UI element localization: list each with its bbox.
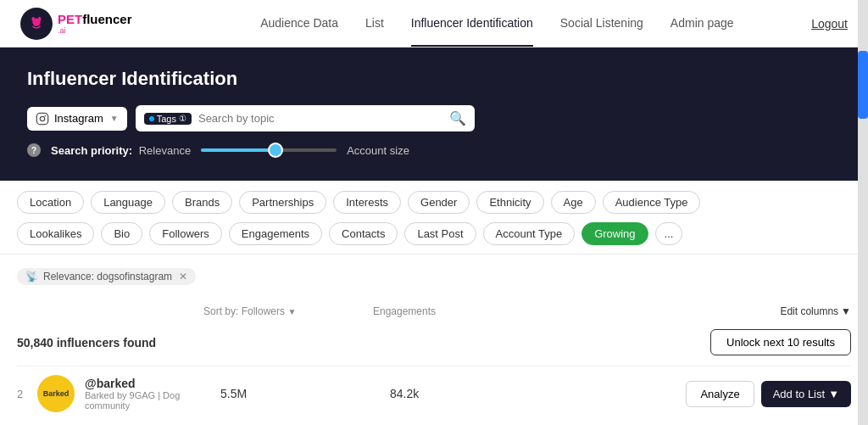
influencer-info: @barked Barked by 9GAG | Dog community [85, 377, 220, 411]
svg-point-4 [40, 116, 44, 120]
nav-admin[interactable]: Admin page [670, 1, 734, 47]
account-size-label: Account size [347, 144, 409, 157]
influencer-engagements: 84.2k [390, 387, 559, 400]
results-bar: 50,840 influencers found Unlock next 10 … [17, 324, 851, 366]
filter-contacts[interactable]: Contacts [329, 222, 398, 245]
unlock-button[interactable]: Unlock next 10 results [710, 329, 851, 355]
header: PETfluencer .ai Audience Data List Influ… [0, 0, 868, 48]
filters-section: Location Language Brands Partnerships In… [0, 181, 868, 254]
active-filters: 📡 Relevance: dogsofinstagram ✕ [17, 265, 851, 292]
platform-dropdown[interactable]: Instagram ▼ [27, 107, 127, 131]
filter-growing[interactable]: Growing [581, 222, 648, 245]
row-actions: Analyze Add to List ▼ [686, 381, 851, 407]
instagram-icon [36, 112, 49, 126]
add-to-list-button[interactable]: Add to List ▼ [761, 381, 851, 407]
priority-slider[interactable] [201, 148, 337, 152]
table-header: Sort by: Followers ▼ Engagements Edit co… [17, 299, 851, 324]
filter-lookalikes[interactable]: Lookalikes [17, 222, 94, 245]
wifi-icon: 📡 [25, 271, 38, 282]
results-count: 50,840 influencers found [17, 336, 156, 350]
filter-language[interactable]: Language [91, 191, 165, 214]
filter-row-1: Location Language Brands Partnerships In… [17, 191, 851, 222]
filter-followers[interactable]: Followers [149, 222, 222, 245]
filter-ethnicity[interactable]: Ethnicity [476, 191, 543, 214]
filter-location[interactable]: Location [17, 191, 84, 214]
chevron-down-list-icon: ▼ [828, 388, 839, 400]
logout-button[interactable]: Logout [811, 17, 848, 31]
th-engagements: Engagements [373, 305, 542, 317]
sort-arrow-icon: ▼ [287, 307, 296, 316]
filter-account-type[interactable]: Account Type [483, 222, 576, 245]
priority-row: ? Search priority: Relevance Account siz… [27, 143, 841, 157]
slider-fill [201, 148, 275, 152]
edit-columns-button[interactable]: Edit columns ▼ [780, 305, 851, 317]
close-tag-icon[interactable]: ✕ [179, 271, 187, 282]
search-box: Tags ① 🔍 [136, 105, 475, 131]
logo: PETfluencer .ai [20, 8, 132, 40]
filter-brands[interactable]: Brands [172, 191, 232, 214]
filter-row-2: Lookalikes Bio Followers Engagements Con… [17, 222, 851, 254]
filter-more[interactable]: ... [655, 222, 683, 245]
filter-engagements[interactable]: Engagements [229, 222, 322, 245]
influencer-row: 2 Barked @barked Barked by 9GAG | Dog co… [17, 366, 851, 421]
filter-gender[interactable]: Gender [408, 191, 470, 214]
rank-number: 2 [17, 388, 37, 400]
content-area: 📡 Relevance: dogsofinstagram ✕ Sort by: … [0, 254, 868, 425]
chevron-down-icon: ▼ [110, 114, 119, 123]
svg-point-1 [32, 16, 36, 21]
search-button[interactable]: 🔍 [449, 110, 466, 126]
th-followers[interactable]: Sort by: Followers ▼ [203, 305, 373, 317]
scrollbar[interactable] [858, 0, 868, 425]
relevance-tag: 📡 Relevance: dogsofinstagram ✕ [17, 268, 196, 285]
svg-point-2 [38, 16, 42, 21]
filter-audience-type[interactable]: Audience Type [603, 191, 701, 214]
analyze-button[interactable]: Analyze [686, 381, 754, 407]
influencer-followers: 5.5M [220, 387, 390, 400]
slider-thumb [270, 144, 281, 156]
logo-text: PETfluencer .ai [58, 12, 132, 35]
influencer-bio: Barked by 9GAG | Dog community [85, 390, 220, 411]
hero-section: Influencer Identification Instagram ▼ Ta… [0, 48, 868, 181]
tags-dot [149, 116, 154, 121]
filter-bio[interactable]: Bio [101, 222, 142, 245]
search-input[interactable] [198, 112, 449, 125]
influencer-handle: @barked [85, 377, 220, 390]
svg-point-5 [45, 115, 47, 116]
filter-last-post[interactable]: Last Post [404, 222, 476, 245]
filter-age[interactable]: Age [551, 191, 596, 214]
page-title: Influencer Identification [27, 68, 841, 90]
nav-influencer-id[interactable]: Influencer Identification [411, 1, 533, 47]
svg-rect-3 [36, 113, 47, 124]
nav-list[interactable]: List [365, 1, 384, 47]
platform-label: Instagram [54, 112, 103, 125]
main-nav: Audience Data List Influencer Identifica… [183, 1, 812, 47]
filter-partnerships[interactable]: Partnerships [239, 191, 326, 214]
relevance-text: Relevance: dogsofinstagram [43, 271, 172, 282]
priority-text-label: Search priority: Relevance [51, 144, 191, 157]
nav-social-listening[interactable]: Social Listening [560, 1, 643, 47]
slider-track [201, 148, 337, 152]
avatar-text: Barked [43, 389, 70, 399]
filter-interests[interactable]: Interests [333, 191, 401, 214]
chevron-down-small-icon: ▼ [841, 305, 851, 317]
scroll-thumb[interactable] [858, 51, 868, 119]
nav-audience-data[interactable]: Audience Data [260, 1, 338, 47]
search-row: Instagram ▼ Tags ① 🔍 [27, 105, 841, 131]
logo-icon [20, 8, 53, 40]
tags-badge: Tags ① [144, 113, 192, 125]
avatar: Barked [37, 375, 75, 412]
help-icon[interactable]: ? [27, 143, 41, 157]
